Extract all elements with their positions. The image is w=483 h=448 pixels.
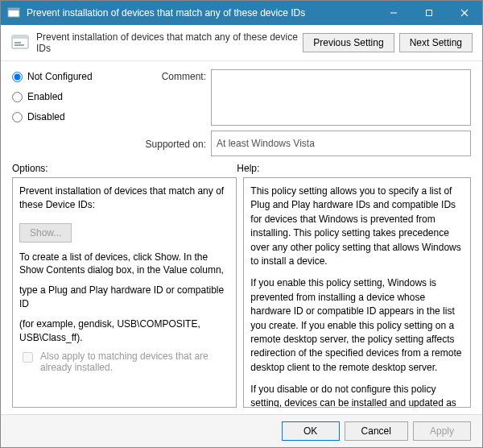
- help-section-label: Help:: [237, 163, 471, 174]
- radio-enabled-label: Enabled: [27, 91, 63, 102]
- policy-large-icon: [10, 33, 30, 52]
- help-paragraph-2: If you enable this policy setting, Windo…: [250, 276, 464, 375]
- options-instr-2: type a Plug and Play hardware ID or comp…: [19, 284, 229, 311]
- comment-label: Comment:: [134, 69, 206, 82]
- supported-on-box: At least Windows Vista: [211, 131, 471, 156]
- supported-on-value: At least Windows Vista: [217, 138, 315, 149]
- svg-rect-8: [14, 42, 21, 44]
- radio-not-configured[interactable]: Not Configured: [12, 71, 129, 82]
- gpedit-dialog-window: Prevent installation of devices that mat…: [0, 0, 483, 448]
- help-paragraph-1: This policy setting allows you to specif…: [250, 185, 464, 268]
- help-paragraph-3: If you disable or do not configure this …: [250, 383, 464, 408]
- radio-not-configured-label: Not Configured: [27, 71, 93, 82]
- radio-enabled[interactable]: Enabled: [12, 91, 129, 102]
- radio-not-configured-input[interactable]: [12, 72, 23, 82]
- options-pane: Prevent installation of devices that mat…: [12, 177, 237, 408]
- header-title: Prevent installation of devices that mat…: [36, 31, 303, 54]
- svg-rect-9: [14, 44, 24, 46]
- comment-textarea[interactable]: [211, 69, 471, 126]
- panes-row: Prevent installation of devices that mat…: [1, 177, 482, 414]
- window-buttons: [376, 1, 482, 25]
- radio-disabled-label: Disabled: [27, 111, 65, 122]
- apply-button: Apply: [413, 421, 471, 441]
- ok-button[interactable]: OK: [282, 421, 340, 441]
- policy-icon: [7, 6, 20, 19]
- header-row: Prevent installation of devices that mat…: [1, 25, 482, 61]
- radio-disabled[interactable]: Disabled: [12, 111, 129, 122]
- help-pane: This policy setting allows you to specif…: [243, 177, 471, 408]
- radio-disabled-input[interactable]: [12, 112, 23, 122]
- supported-label: Supported on:: [134, 137, 206, 150]
- options-instr-3: (for example, gendisk, USB\COMPOSITE, US…: [19, 317, 229, 345]
- minimize-button[interactable]: [376, 1, 411, 25]
- also-apply-row: Also apply to matching devices that are …: [19, 351, 229, 373]
- section-labels: Options: Help:: [1, 161, 482, 177]
- svg-rect-3: [427, 10, 432, 16]
- options-instr-1: To create a list of devices, click Show.…: [19, 251, 229, 278]
- dialog-footer: OK Cancel Apply: [1, 414, 482, 447]
- svg-rect-1: [8, 8, 19, 10]
- radio-enabled-input[interactable]: [12, 92, 23, 102]
- next-setting-button[interactable]: Next Setting: [399, 33, 473, 52]
- options-heading: Prevent installation of devices that mat…: [19, 185, 229, 212]
- nav-buttons: Previous Setting Next Setting: [303, 33, 473, 52]
- options-section-label: Options:: [12, 163, 237, 174]
- also-apply-label: Also apply to matching devices that are …: [40, 351, 229, 373]
- titlebar: Prevent installation of devices that mat…: [1, 1, 482, 25]
- also-apply-checkbox: [23, 352, 33, 363]
- state-radio-group: Not Configured Enabled Disabled: [12, 69, 129, 122]
- cancel-button[interactable]: Cancel: [345, 421, 408, 441]
- show-button: Show...: [19, 223, 72, 243]
- previous-setting-button[interactable]: Previous Setting: [303, 33, 394, 52]
- window-title: Prevent installation of devices that mat…: [27, 7, 376, 19]
- config-grid: Not Configured Enabled Disabled Comment:…: [1, 61, 482, 161]
- close-button[interactable]: [447, 1, 482, 25]
- svg-rect-7: [12, 35, 28, 39]
- maximize-button[interactable]: [411, 1, 447, 25]
